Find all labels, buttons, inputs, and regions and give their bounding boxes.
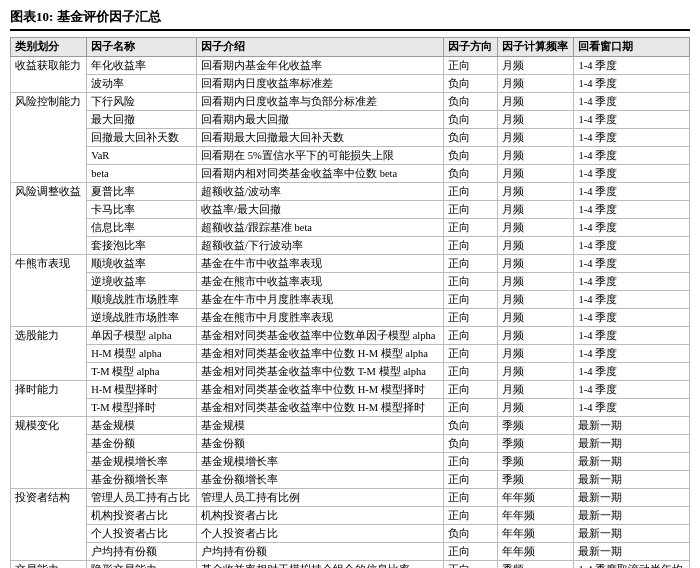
- freq-cell: 季频: [498, 561, 574, 569]
- window-cell: 1-4 季度: [574, 327, 690, 345]
- direction-cell: 负向: [444, 147, 498, 165]
- freq-cell: 月频: [498, 237, 574, 255]
- window-cell: 1-4 季度: [574, 309, 690, 327]
- table-row: T-M 模型 alpha基金相对同类基金收益率中位数 T-M 模型 alpha正…: [11, 363, 690, 381]
- table-row: 风险调整收益夏普比率超额收益/波动率正向月频1-4 季度: [11, 183, 690, 201]
- window-cell: 1-4 季度: [574, 165, 690, 183]
- freq-cell: 月频: [498, 399, 574, 417]
- direction-cell: 正向: [444, 363, 498, 381]
- factor-name-cell: T-M 模型择时: [87, 399, 197, 417]
- factor-desc-cell: 超额收益/波动率: [197, 183, 444, 201]
- table-row: H-M 模型 alpha基金相对同类基金收益率中位数 H-M 模型 alpha正…: [11, 345, 690, 363]
- window-cell: 最新一期: [574, 525, 690, 543]
- freq-cell: 月频: [498, 255, 574, 273]
- factor-name-cell: H-M 模型择时: [87, 381, 197, 399]
- direction-cell: 正向: [444, 183, 498, 201]
- direction-cell: 正向: [444, 489, 498, 507]
- factor-desc-cell: 基金规模: [197, 417, 444, 435]
- category-cell: 选股能力: [11, 327, 87, 381]
- direction-cell: 正向: [444, 561, 498, 569]
- freq-cell: 月频: [498, 381, 574, 399]
- freq-cell: 月频: [498, 75, 574, 93]
- window-cell: 1-4 季度: [574, 237, 690, 255]
- window-cell: 1-4 季度: [574, 381, 690, 399]
- factor-name-cell: T-M 模型 alpha: [87, 363, 197, 381]
- window-cell: 1-4 季度: [574, 255, 690, 273]
- freq-cell: 年年频: [498, 543, 574, 561]
- freq-cell: 季频: [498, 453, 574, 471]
- factor-desc-cell: 基金份额增长率: [197, 471, 444, 489]
- category-cell: 择时能力: [11, 381, 87, 417]
- table-row: 风险控制能力下行风险回看期内日度收益率与负部分标准差负向月频1-4 季度: [11, 93, 690, 111]
- freq-cell: 月频: [498, 291, 574, 309]
- col-header-direction: 因子方向: [444, 38, 498, 57]
- table-row: 择时能力H-M 模型择时基金相对同类基金收益率中位数 H-M 模型择时正向月频1…: [11, 381, 690, 399]
- factor-name-cell: 户均持有份额: [87, 543, 197, 561]
- freq-cell: 年年频: [498, 489, 574, 507]
- direction-cell: 正向: [444, 453, 498, 471]
- direction-cell: 负向: [444, 111, 498, 129]
- table-row: VaR回看期在 5%置信水平下的可能损失上限负向月频1-4 季度: [11, 147, 690, 165]
- factor-name-cell: 逆境收益率: [87, 273, 197, 291]
- direction-cell: 负向: [444, 165, 498, 183]
- factor-desc-cell: 个人投资者占比: [197, 525, 444, 543]
- factor-desc-cell: 基金相对同类基金收益率中位数 T-M 模型 alpha: [197, 363, 444, 381]
- factor-name-cell: 信息比率: [87, 219, 197, 237]
- factor-name-cell: 下行风险: [87, 93, 197, 111]
- freq-cell: 年年频: [498, 525, 574, 543]
- direction-cell: 正向: [444, 273, 498, 291]
- factor-name-cell: 个人投资者占比: [87, 525, 197, 543]
- freq-cell: 月频: [498, 363, 574, 381]
- table-row: 最大回撤回看期内最大回撤负向月频1-4 季度: [11, 111, 690, 129]
- freq-cell: 月频: [498, 183, 574, 201]
- freq-cell: 月频: [498, 129, 574, 147]
- factor-name-cell: 最大回撤: [87, 111, 197, 129]
- window-cell: 最新一期: [574, 453, 690, 471]
- window-cell: 1-4 季度: [574, 345, 690, 363]
- factor-desc-cell: 回看期内日度收益率与负部分标准差: [197, 93, 444, 111]
- table-row: 交易能力隐形交易能力基金收益率相对于模拟持仓组合的信息比率正向季频1-4 季度取…: [11, 561, 690, 569]
- table-row: T-M 模型择时基金相对同类基金收益率中位数 H-M 模型择时正向月频1-4 季…: [11, 399, 690, 417]
- category-cell: 风险控制能力: [11, 93, 87, 183]
- table-row: 选股能力单因子模型 alpha基金相对同类基金收益率中位数单因子模型 alpha…: [11, 327, 690, 345]
- factor-desc-cell: 回看期内日度收益率标准差: [197, 75, 444, 93]
- factor-name-cell: 基金规模: [87, 417, 197, 435]
- window-cell: 1-4 季度取滚动半年均: [574, 561, 690, 569]
- factor-desc-cell: 基金规模增长率: [197, 453, 444, 471]
- factor-desc-cell: 回看期最大回撤最大回补天数: [197, 129, 444, 147]
- window-cell: 1-4 季度: [574, 201, 690, 219]
- factor-name-cell: 顺境收益率: [87, 255, 197, 273]
- table-row: 收益获取能力年化收益率回看期内基金年化收益率正向月频1-4 季度: [11, 57, 690, 75]
- col-header-freq: 因子计算频率: [498, 38, 574, 57]
- factor-desc-cell: 超额收益/跟踪基准 beta: [197, 219, 444, 237]
- table-row: 基金份额增长率基金份额增长率正向季频最新一期: [11, 471, 690, 489]
- factor-desc-cell: 超额收益/下行波动率: [197, 237, 444, 255]
- factor-desc-cell: 回看期内最大回撤: [197, 111, 444, 129]
- factor-desc-cell: 基金相对同类基金收益率中位数单因子模型 alpha: [197, 327, 444, 345]
- factor-table: 类别划分 因子名称 因子介绍 因子方向 因子计算频率 回看窗口期 收益获取能力年…: [10, 37, 690, 568]
- freq-cell: 月频: [498, 309, 574, 327]
- direction-cell: 正向: [444, 309, 498, 327]
- factor-name-cell: 波动率: [87, 75, 197, 93]
- freq-cell: 年年频: [498, 507, 574, 525]
- direction-cell: 负向: [444, 417, 498, 435]
- direction-cell: 正向: [444, 507, 498, 525]
- freq-cell: 月频: [498, 57, 574, 75]
- freq-cell: 月频: [498, 345, 574, 363]
- direction-cell: 正向: [444, 543, 498, 561]
- freq-cell: 月频: [498, 219, 574, 237]
- table-row: 机构投资者占比机构投资者占比正向年年频最新一期: [11, 507, 690, 525]
- factor-desc-cell: 机构投资者占比: [197, 507, 444, 525]
- factor-desc-cell: 基金在牛市中收益率表现: [197, 255, 444, 273]
- factor-name-cell: 卡马比率: [87, 201, 197, 219]
- window-cell: 最新一期: [574, 507, 690, 525]
- table-row: 波动率回看期内日度收益率标准差负向月频1-4 季度: [11, 75, 690, 93]
- window-cell: 1-4 季度: [574, 183, 690, 201]
- factor-desc-cell: 基金相对同类基金收益率中位数 H-M 模型择时: [197, 399, 444, 417]
- table-row: 信息比率超额收益/跟踪基准 beta正向月频1-4 季度: [11, 219, 690, 237]
- factor-name-cell: 机构投资者占比: [87, 507, 197, 525]
- category-cell: 风险调整收益: [11, 183, 87, 255]
- window-cell: 1-4 季度: [574, 219, 690, 237]
- window-cell: 1-4 季度: [574, 399, 690, 417]
- window-cell: 1-4 季度: [574, 75, 690, 93]
